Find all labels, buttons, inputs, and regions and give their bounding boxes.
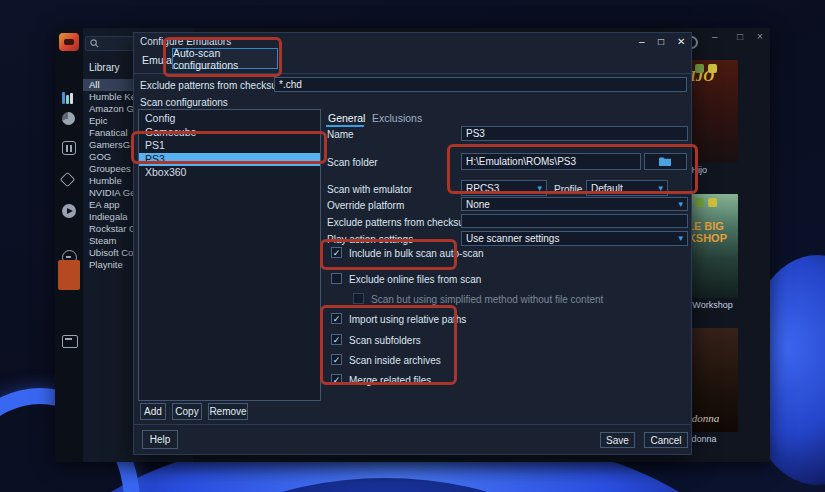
cancel-button[interactable]: Cancel <box>644 432 688 448</box>
window-maximize-button[interactable]: □ <box>737 31 743 42</box>
override-platform-dropdown[interactable]: None ▾ <box>461 197 688 211</box>
chevron-down-icon: ▾ <box>678 234 683 243</box>
annotation-box-autoscan-tab <box>163 37 282 77</box>
name-input[interactable]: PS3 <box>461 126 688 141</box>
tab-general[interactable]: General <box>328 112 365 124</box>
list-item-config[interactable]: Config <box>139 112 320 126</box>
playnite-logo-icon[interactable] <box>59 33 79 51</box>
scan-with-emulator-label: Scan with emulator <box>327 184 412 195</box>
name-label: Name <box>327 129 354 140</box>
scan-folder-label: Scan folder <box>327 157 378 168</box>
checkbox-label-exclude-online-files: Exclude online files from scan <box>349 274 481 285</box>
dialog-close-button[interactable]: ✕ <box>677 36 685 47</box>
chevron-down-icon: ▾ <box>678 200 683 209</box>
add-button[interactable]: Add <box>140 403 166 420</box>
dialog-maximize-button[interactable]: □ <box>658 36 664 47</box>
name-value: PS3 <box>466 128 485 139</box>
play-action-value: Use scanner settings <box>466 233 559 244</box>
help-button[interactable]: Help <box>142 430 178 449</box>
scan-configurations-label: Scan configurations <box>140 97 228 108</box>
platform-badge-icon <box>695 64 704 73</box>
copy-button[interactable]: Copy <box>172 403 202 420</box>
separator <box>134 424 691 425</box>
card-icon[interactable] <box>62 335 78 348</box>
library-badge-icon <box>708 64 717 73</box>
tag-icon[interactable] <box>60 172 76 188</box>
checkbox-exclude-online-files[interactable] <box>331 273 342 284</box>
override-platform-label: Override platform <box>327 200 404 211</box>
pause-badge-icon[interactable] <box>62 141 76 155</box>
orange-tile-icon[interactable] <box>58 260 80 290</box>
override-platform-value: None <box>466 199 490 210</box>
tab-underline <box>326 125 364 127</box>
tab-exclusions[interactable]: Exclusions <box>372 112 422 124</box>
remove-button[interactable]: Remove <box>208 403 248 420</box>
statistics-pie-icon[interactable] <box>62 112 75 125</box>
exclude-checksum-input[interactable] <box>461 214 688 228</box>
dialog-minimize-button[interactable]: – <box>639 36 645 47</box>
sidebar-icon-strip <box>55 28 83 462</box>
search-icon <box>90 39 99 48</box>
checkbox-label-simplified-scan: Scan but using simplified method without… <box>371 294 603 305</box>
annotation-box-scan-options <box>320 305 457 385</box>
annotation-box-include-bulk-scan <box>320 239 457 270</box>
save-button[interactable]: Save <box>600 432 635 448</box>
exclude-patterns-value: *.chd <box>279 79 302 90</box>
library-icon[interactable] <box>62 86 74 104</box>
window-close-button[interactable]: × <box>757 31 763 42</box>
window-minimize-button[interactable]: – <box>712 31 718 42</box>
annotation-box-ps3-list-item <box>131 131 327 164</box>
play-action-dropdown[interactable]: Use scanner settings ▾ <box>461 231 688 246</box>
play-icon[interactable] <box>62 204 76 218</box>
library-header: Library <box>89 62 120 73</box>
checkbox-simplified-scan[interactable] <box>353 293 364 304</box>
exclude-patterns-input[interactable]: *.chd <box>274 77 687 92</box>
list-item-xbox360[interactable]: Xbox360 <box>139 166 320 180</box>
platform-badge-icon <box>695 198 704 207</box>
annotation-box-scan-folder-emulator <box>447 144 698 194</box>
library-badge-icon <box>708 198 717 207</box>
